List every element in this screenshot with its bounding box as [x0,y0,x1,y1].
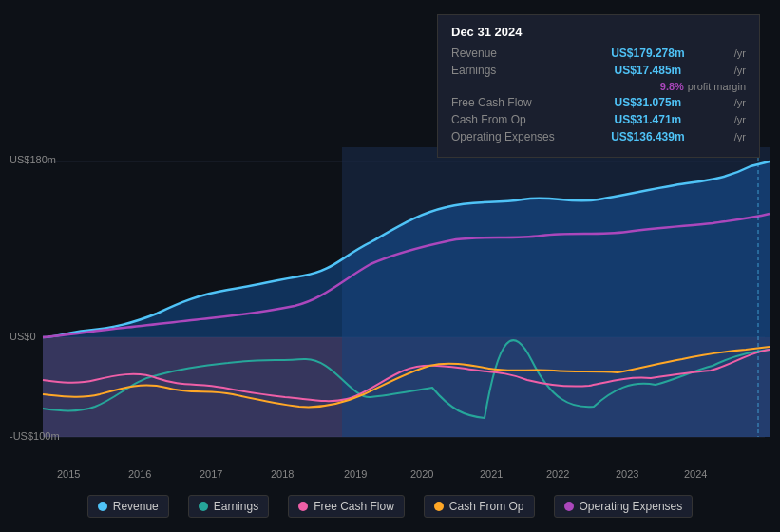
legend-item-revenue[interactable]: Revenue [87,495,169,518]
tooltip-margin-label: profit margin [688,81,746,92]
tooltip-label-earnings: Earnings [451,64,565,77]
tooltip-value-fcf: US$31.075m [615,96,682,109]
legend-dot-fcf [298,502,308,511]
legend-item-fcf[interactable]: Free Cash Flow [288,495,405,518]
legend-item-cashfromop[interactable]: Cash From Op [424,495,535,518]
tooltip-row-cashfromop: Cash From Op US$31.471m /yr [451,113,746,126]
x-label-2024: 2024 [684,468,707,480]
legend-label-earnings: Earnings [214,500,258,513]
tooltip-row-earnings: Earnings US$17.485m /yr [451,64,746,77]
tooltip-label-revenue: Revenue [451,47,565,60]
tooltip-row-revenue: Revenue US$179.278m /yr [451,47,746,60]
legend-dot-opex [564,502,574,511]
x-label-2015: 2015 [57,468,80,480]
tooltip-value-opex: US$136.439m [611,130,684,143]
y-axis-top: US$180m [10,154,56,165]
tooltip-box: Dec 31 2024 Revenue US$179.278m /yr Earn… [437,14,760,158]
tooltip-unit-fcf: /yr [734,97,746,108]
tooltip-row-fcf: Free Cash Flow US$31.075m /yr [451,96,746,109]
tooltip-margin-row: 9.8% profit margin [451,81,746,92]
x-label-2019: 2019 [344,468,367,480]
tooltip-label-fcf: Free Cash Flow [451,96,565,109]
tooltip-value-cashfromop: US$31.471m [615,113,682,126]
legend-dot-cashfromop [434,502,444,511]
x-label-2023: 2023 [616,468,638,480]
chart-legend: Revenue Earnings Free Cash Flow Cash Fro… [0,495,780,518]
legend-item-earnings[interactable]: Earnings [188,495,269,518]
legend-item-opex[interactable]: Operating Expenses [554,495,694,518]
x-label-2020: 2020 [410,468,433,480]
legend-dot-revenue [98,502,107,511]
tooltip-label-opex: Operating Expenses [451,130,565,143]
x-label-2021: 2021 [480,468,503,480]
x-label-2022: 2022 [546,468,569,480]
legend-label-revenue: Revenue [113,500,159,513]
x-label-2017: 2017 [200,468,222,480]
chart-container: US$180m US$0 -US$100m 2015 2016 2017 201… [0,0,780,532]
x-label-2018: 2018 [271,468,294,480]
tooltip-row-opex: Operating Expenses US$136.439m /yr [451,130,746,143]
tooltip-label-cashfromop: Cash From Op [451,113,565,126]
x-label-2016: 2016 [128,468,151,480]
y-axis-bottom: -US$100m [10,430,60,442]
legend-label-cashfromop: Cash From Op [449,500,524,513]
tooltip-margin-value: 9.8% [660,81,684,92]
legend-dot-earnings [199,502,208,511]
tooltip-unit-revenue: /yr [734,48,746,59]
y-axis-mid: US$0 [10,331,36,342]
legend-label-fcf: Free Cash Flow [314,500,394,513]
tooltip-value-earnings: US$17.485m [615,64,682,77]
legend-label-opex: Operating Expenses [580,500,683,513]
tooltip-unit-cashfromop: /yr [734,114,746,125]
tooltip-unit-earnings: /yr [734,65,746,76]
tooltip-unit-opex: /yr [734,131,746,142]
tooltip-date: Dec 31 2024 [451,25,746,39]
tooltip-value-revenue: US$179.278m [611,47,684,60]
